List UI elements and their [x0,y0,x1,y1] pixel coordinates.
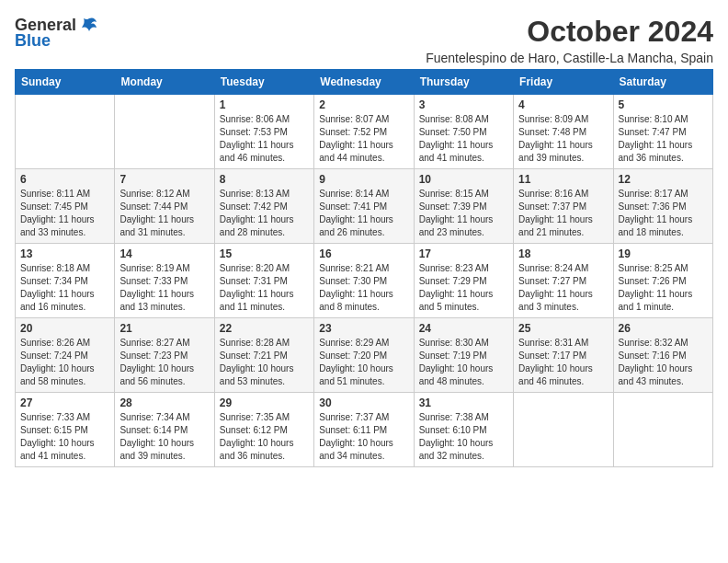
day-info: Sunrise: 7:33 AM Sunset: 6:15 PM Dayligh… [20,411,109,463]
day-info: Sunrise: 8:24 AM Sunset: 7:27 PM Dayligh… [518,262,608,314]
day-number: 19 [619,247,708,260]
calendar-cell: 12Sunrise: 8:17 AM Sunset: 7:36 PM Dayli… [613,169,712,244]
day-info: Sunrise: 8:10 AM Sunset: 7:47 PM Dayligh… [619,113,708,165]
day-info: Sunrise: 7:34 AM Sunset: 6:14 PM Dayligh… [119,411,209,463]
day-number: 30 [319,396,408,409]
calendar-cell: 28Sunrise: 7:34 AM Sunset: 6:14 PM Dayli… [115,393,214,467]
day-info: Sunrise: 8:11 AM Sunset: 7:45 PM Dayligh… [20,188,109,239]
day-info: Sunrise: 8:27 AM Sunset: 7:23 PM Dayligh… [119,337,209,388]
day-number: 3 [419,98,508,111]
page-header: General Blue October 2024 Fuentelespino … [15,15,713,65]
calendar-table: SundayMondayTuesdayWednesdayThursdayFrid… [15,69,713,467]
day-info: Sunrise: 8:21 AM Sunset: 7:30 PM Dayligh… [319,262,408,314]
day-number: 1 [220,98,309,111]
calendar-cell: 6Sunrise: 8:11 AM Sunset: 7:45 PM Daylig… [16,169,115,244]
title-area: October 2024 Fuentelespino de Haro, Cast… [426,15,713,65]
calendar-cell: 9Sunrise: 8:14 AM Sunset: 7:41 PM Daylig… [314,169,414,244]
calendar-cell: 5Sunrise: 8:10 AM Sunset: 7:47 PM Daylig… [613,95,712,169]
calendar-cell: 18Sunrise: 8:24 AM Sunset: 7:27 PM Dayli… [514,244,613,318]
day-info: Sunrise: 8:07 AM Sunset: 7:52 PM Dayligh… [319,113,408,165]
day-info: Sunrise: 8:09 AM Sunset: 7:48 PM Dayligh… [518,113,608,165]
calendar-cell: 27Sunrise: 7:33 AM Sunset: 6:15 PM Dayli… [16,393,115,467]
day-info: Sunrise: 8:32 AM Sunset: 7:16 PM Dayligh… [619,337,708,388]
day-info: Sunrise: 8:19 AM Sunset: 7:33 PM Dayligh… [119,262,209,314]
day-info: Sunrise: 8:17 AM Sunset: 7:36 PM Dayligh… [619,188,708,239]
day-number: 21 [119,322,209,335]
calendar-cell: 24Sunrise: 8:30 AM Sunset: 7:19 PM Dayli… [414,318,513,393]
day-info: Sunrise: 8:20 AM Sunset: 7:31 PM Dayligh… [220,262,309,314]
day-number: 17 [419,247,508,260]
day-info: Sunrise: 8:31 AM Sunset: 7:17 PM Dayligh… [518,337,608,388]
day-info: Sunrise: 8:23 AM Sunset: 7:29 PM Dayligh… [419,262,508,314]
calendar-cell [613,393,712,467]
calendar-cell: 26Sunrise: 8:32 AM Sunset: 7:16 PM Dayli… [613,318,712,393]
calendar-cell [16,95,115,169]
calendar-cell [115,95,214,169]
weekday-header-sunday: Sunday [16,70,115,95]
calendar-cell: 22Sunrise: 8:28 AM Sunset: 7:21 PM Dayli… [214,318,313,393]
day-number: 18 [518,247,608,260]
day-info: Sunrise: 8:06 AM Sunset: 7:53 PM Dayligh… [220,113,309,165]
day-number: 13 [20,247,109,260]
day-number: 28 [119,396,209,409]
calendar-cell: 20Sunrise: 8:26 AM Sunset: 7:24 PM Dayli… [16,318,115,393]
calendar-cell: 2Sunrise: 8:07 AM Sunset: 7:52 PM Daylig… [314,95,414,169]
calendar-cell: 17Sunrise: 8:23 AM Sunset: 7:29 PM Dayli… [414,244,513,318]
calendar-cell: 4Sunrise: 8:09 AM Sunset: 7:48 PM Daylig… [514,95,613,169]
day-info: Sunrise: 8:08 AM Sunset: 7:50 PM Dayligh… [419,113,508,165]
day-number: 20 [20,322,109,335]
calendar-week-row: 20Sunrise: 8:26 AM Sunset: 7:24 PM Dayli… [16,318,713,393]
calendar-cell: 30Sunrise: 7:37 AM Sunset: 6:11 PM Dayli… [314,393,414,467]
day-number: 26 [619,322,708,335]
month-title: October 2024 [426,15,713,49]
day-info: Sunrise: 8:29 AM Sunset: 7:20 PM Dayligh… [319,337,408,388]
day-info: Sunrise: 8:16 AM Sunset: 7:37 PM Dayligh… [518,188,608,239]
calendar-week-row: 13Sunrise: 8:18 AM Sunset: 7:34 PM Dayli… [16,244,713,318]
day-number: 24 [419,322,508,335]
day-number: 4 [518,98,608,111]
calendar-cell: 8Sunrise: 8:13 AM Sunset: 7:42 PM Daylig… [214,169,313,244]
day-number: 31 [419,396,508,409]
day-number: 2 [319,98,408,111]
day-number: 7 [119,173,209,186]
calendar-week-row: 27Sunrise: 7:33 AM Sunset: 6:15 PM Dayli… [16,393,713,467]
logo-blue-text: Blue [15,31,51,51]
day-number: 8 [220,173,309,186]
day-info: Sunrise: 8:28 AM Sunset: 7:21 PM Dayligh… [220,337,309,388]
calendar-cell: 31Sunrise: 7:38 AM Sunset: 6:10 PM Dayli… [414,393,513,467]
calendar-cell: 21Sunrise: 8:27 AM Sunset: 7:23 PM Dayli… [115,318,214,393]
day-number: 25 [518,322,608,335]
weekday-header-thursday: Thursday [414,70,513,95]
day-number: 16 [319,247,408,260]
calendar-week-row: 1Sunrise: 8:06 AM Sunset: 7:53 PM Daylig… [16,95,713,169]
weekday-header-monday: Monday [115,70,214,95]
logo: General Blue [15,15,98,51]
location-title: Fuentelespino de Haro, Castille-La Manch… [426,51,713,65]
weekday-header-tuesday: Tuesday [214,70,313,95]
day-info: Sunrise: 8:25 AM Sunset: 7:26 PM Dayligh… [619,262,708,314]
calendar-cell: 11Sunrise: 8:16 AM Sunset: 7:37 PM Dayli… [514,169,613,244]
day-info: Sunrise: 8:18 AM Sunset: 7:34 PM Dayligh… [20,262,109,314]
day-info: Sunrise: 7:37 AM Sunset: 6:11 PM Dayligh… [319,411,408,463]
day-info: Sunrise: 7:35 AM Sunset: 6:12 PM Dayligh… [220,411,309,463]
day-number: 15 [220,247,309,260]
day-number: 14 [119,247,209,260]
day-number: 11 [518,173,608,186]
day-info: Sunrise: 7:38 AM Sunset: 6:10 PM Dayligh… [419,411,508,463]
weekday-header-saturday: Saturday [613,70,712,95]
calendar-cell: 1Sunrise: 8:06 AM Sunset: 7:53 PM Daylig… [214,95,313,169]
calendar-cell: 10Sunrise: 8:15 AM Sunset: 7:39 PM Dayli… [414,169,513,244]
calendar-cell: 15Sunrise: 8:20 AM Sunset: 7:31 PM Dayli… [214,244,313,318]
day-number: 22 [220,322,309,335]
day-number: 23 [319,322,408,335]
day-number: 9 [319,173,408,186]
calendar-cell: 29Sunrise: 7:35 AM Sunset: 6:12 PM Dayli… [214,393,313,467]
calendar-cell: 13Sunrise: 8:18 AM Sunset: 7:34 PM Dayli… [16,244,115,318]
day-number: 5 [619,98,708,111]
calendar-header-row: SundayMondayTuesdayWednesdayThursdayFrid… [16,70,713,95]
day-info: Sunrise: 8:15 AM Sunset: 7:39 PM Dayligh… [419,188,508,239]
calendar-cell [514,393,613,467]
logo-bird-icon [78,15,98,35]
day-info: Sunrise: 8:26 AM Sunset: 7:24 PM Dayligh… [20,337,109,388]
day-number: 27 [20,396,109,409]
